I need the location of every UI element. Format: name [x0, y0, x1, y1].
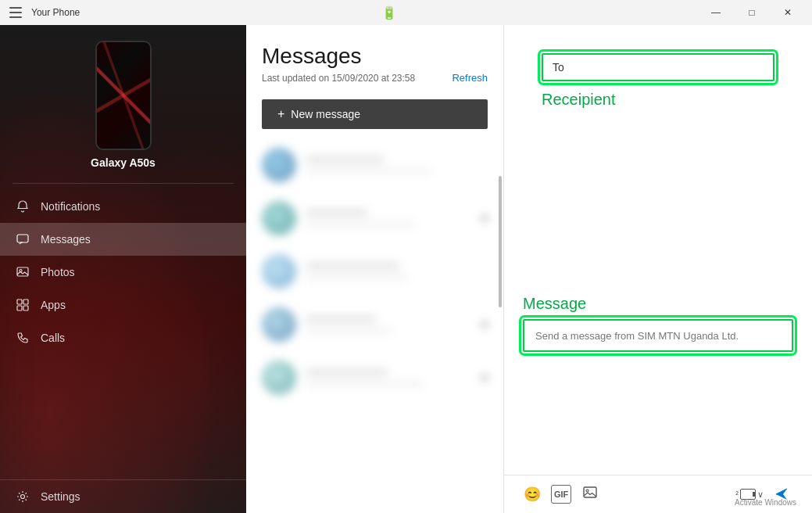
- sidebar-label-calls: Calls: [41, 332, 65, 344]
- sidebar-item-calls[interactable]: Calls: [0, 321, 246, 354]
- compose-header: To Receipient: [504, 25, 812, 115]
- plus-icon: +: [277, 107, 284, 121]
- sidebar-label-apps: Apps: [41, 299, 66, 311]
- message-label: Message: [523, 295, 793, 313]
- menu-button[interactable]: [6, 4, 25, 21]
- sidebar-content: Galaxy A50s Notifications: [0, 25, 246, 513]
- maximize-button[interactable]: □: [734, 0, 770, 25]
- message-input-wrap: [523, 319, 793, 352]
- recipient-input[interactable]: [567, 61, 764, 74]
- image-button[interactable]: [578, 482, 603, 507]
- sidebar-label-settings: Settings: [41, 490, 80, 503]
- app-title: Your Phone: [31, 7, 80, 18]
- refresh-button[interactable]: Refresh: [452, 72, 488, 84]
- messages-subtitle: Last updated on 15/09/2020 at 23:58 Refr…: [262, 72, 488, 84]
- sidebar: Galaxy A50s Notifications: [0, 25, 246, 513]
- phone-screen: [97, 42, 150, 149]
- sidebar-divider: [13, 183, 234, 184]
- messages-panel: Messages Last updated on 15/09/2020 at 2…: [246, 25, 504, 513]
- recipient-input-wrap: To: [542, 53, 774, 81]
- svg-rect-1: [17, 267, 28, 276]
- gear-icon: [16, 490, 30, 504]
- new-message-label: New message: [291, 108, 360, 120]
- compose-panel: To Receipient Message 😊 GIF: [504, 25, 812, 513]
- phone-image: [95, 41, 152, 150]
- privacy-blur-overlay: [246, 138, 503, 513]
- compose-spacer: [504, 115, 812, 282]
- sidebar-item-photos[interactable]: Photos: [0, 256, 246, 289]
- scrollbar-thumb[interactable]: [499, 176, 502, 307]
- image-icon: [583, 486, 597, 504]
- sidebar-item-settings[interactable]: Settings: [0, 479, 246, 513]
- titlebar-left: Your Phone: [6, 4, 80, 21]
- phone-icon: [16, 331, 30, 345]
- emoji-button[interactable]: 😊: [520, 482, 545, 507]
- recipient-section: To Receipient: [523, 41, 793, 109]
- svg-rect-6: [23, 306, 28, 310]
- activation-watermark: Activate Windows: [735, 498, 796, 507]
- gif-icon: GIF: [554, 490, 568, 499]
- messages-title: Messages: [262, 44, 488, 69]
- last-updated: Last updated on 15/09/2020 at 23:58: [262, 73, 415, 84]
- messages-list-wrap: [246, 138, 503, 513]
- svg-rect-8: [584, 487, 596, 497]
- chat-icon: [16, 232, 30, 246]
- svg-point-2: [20, 270, 22, 272]
- new-message-button[interactable]: + New message: [262, 99, 488, 129]
- minimize-button[interactable]: —: [698, 0, 734, 25]
- sidebar-item-apps[interactable]: Apps: [0, 289, 246, 321]
- nav-items: Notifications Messages: [0, 190, 246, 513]
- svg-point-7: [21, 495, 25, 499]
- main-layout: Galaxy A50s Notifications: [0, 25, 812, 513]
- emoji-icon: 😊: [524, 486, 541, 503]
- messages-header: Messages Last updated on 15/09/2020 at 2…: [246, 25, 503, 90]
- window-controls: — □ ✕: [698, 0, 806, 25]
- to-label: To: [553, 61, 564, 74]
- compose-toolbar: 😊 GIF ²: [504, 475, 812, 513]
- message-input[interactable]: [535, 330, 781, 342]
- phone-area: Galaxy A50s: [0, 25, 246, 177]
- phone-model: Galaxy A50s: [91, 156, 156, 169]
- svg-point-9: [586, 490, 588, 492]
- recipient-label: Receipient: [542, 91, 774, 109]
- sidebar-label-photos: Photos: [41, 266, 75, 278]
- bell-icon: [16, 199, 30, 213]
- sidebar-label-notifications: Notifications: [41, 200, 100, 213]
- close-button[interactable]: ✕: [770, 0, 806, 25]
- message-section: Message: [504, 282, 812, 475]
- svg-rect-0: [17, 235, 28, 242]
- apps-icon: [16, 298, 30, 312]
- svg-rect-3: [17, 300, 22, 304]
- gif-button[interactable]: GIF: [551, 485, 571, 504]
- sidebar-label-messages: Messages: [41, 233, 91, 246]
- photos-icon: [16, 265, 30, 279]
- phone-screen-art: [97, 42, 150, 149]
- svg-rect-5: [17, 306, 22, 310]
- battery-icon: 🔋: [381, 5, 397, 20]
- sidebar-item-notifications[interactable]: Notifications: [0, 190, 246, 223]
- titlebar: Your Phone 🔋 — □ ✕: [0, 0, 812, 25]
- sidebar-item-messages[interactable]: Messages: [0, 223, 246, 256]
- svg-rect-4: [23, 300, 28, 304]
